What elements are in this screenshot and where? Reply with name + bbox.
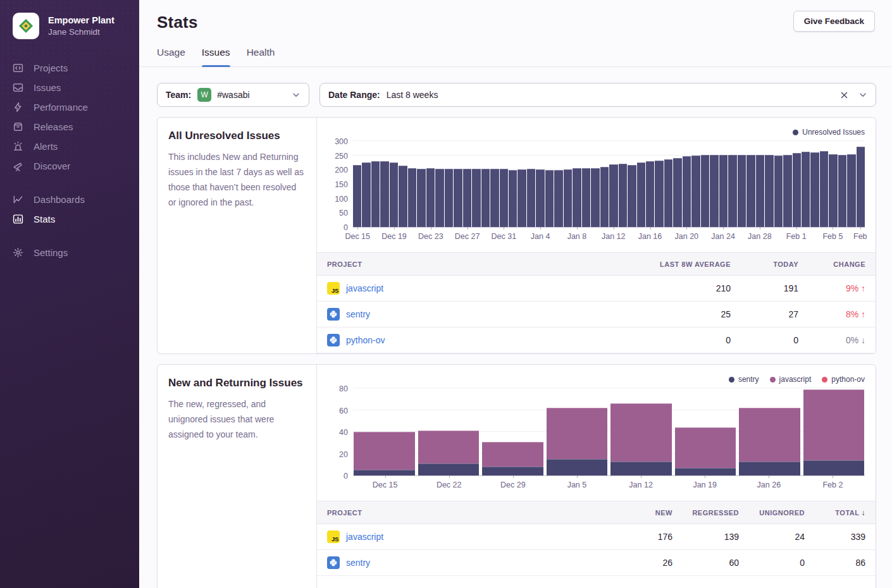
sentry-segment: [675, 468, 736, 475]
sidebar-item-projects[interactable]: Projects: [13, 58, 139, 78]
sidebar-item-dashboards[interactable]: Dashboards: [13, 190, 139, 209]
sidebar-item-stats[interactable]: Stats: [13, 209, 139, 229]
sidebar-item-discover[interactable]: Discover: [13, 156, 139, 176]
unresolved-issues-bar: [765, 155, 773, 227]
unresolved-issues-bar: [655, 161, 663, 227]
panel-description-column: All Unresolved Issues This includes New …: [158, 118, 317, 353]
unresolved-issues-bar: [362, 162, 370, 227]
python-platform-icon: [327, 334, 340, 346]
tab-health[interactable]: Health: [247, 47, 275, 66]
panel-description-column: New and Returning Issues The new, regres…: [158, 365, 317, 588]
table-value: 26: [603, 558, 672, 568]
unresolved-issues-bar: [637, 162, 645, 227]
javascript-segment: [803, 389, 865, 460]
x-tick-label: Dec 23: [418, 232, 443, 241]
x-tick-label: Feb: [853, 232, 867, 241]
javascript-segment: [675, 427, 736, 468]
sidebar-item-label: Settings: [34, 247, 68, 258]
project-link-sentry[interactable]: sentry: [346, 558, 370, 568]
sidebar-item-performance[interactable]: Performance: [13, 97, 139, 117]
chevron-down-icon[interactable]: [858, 90, 867, 99]
table-value: 27: [731, 309, 798, 319]
x-tick-label: Jan 4: [531, 232, 550, 241]
unresolved-issues-bar: [774, 156, 783, 227]
team-filter[interactable]: Team: W #wasabi: [157, 83, 309, 107]
sidebar-item-label: Projects: [34, 63, 68, 73]
x-tick-label: Feb 5: [822, 232, 843, 241]
project-link-python-ov[interactable]: python-ov: [346, 335, 385, 345]
x-tick-label: Jan 26: [757, 481, 781, 489]
unresolved-issues-bar: [545, 170, 554, 227]
sidebar-item-alerts[interactable]: Alerts: [13, 137, 139, 156]
dashboards-icon: [13, 194, 23, 205]
project-link-sentry[interactable]: sentry: [346, 309, 370, 319]
unresolved-issues-bar: [783, 155, 791, 227]
column-header-total[interactable]: TOTAL↓: [805, 508, 865, 517]
org-logo-icon: [13, 13, 39, 39]
legend-dot-icon: [770, 377, 776, 383]
give-feedback-button[interactable]: Give Feedback: [793, 11, 875, 32]
new-returning-issues-table: PROJECTNEWREGRESSEDUNIGNOREDTOTAL↓JSjava…: [317, 501, 876, 576]
python-platform-icon: [327, 308, 340, 321]
sentry-segment: [610, 462, 672, 475]
date-range-label: Date Range:: [328, 90, 380, 100]
change-value: 9% ↑: [798, 283, 865, 293]
x-tick-label: Jan 16: [638, 232, 662, 241]
unresolved-issues-bar: [756, 155, 764, 227]
x-tick-label: Dec 27: [455, 232, 480, 241]
date-range-filter[interactable]: Date Range: Last 8 weeks: [319, 83, 876, 107]
legend-item-python-ov[interactable]: python-ov: [822, 375, 865, 384]
unresolved-issues-bar: [554, 170, 562, 227]
sort-descending-icon: ↓: [862, 508, 866, 517]
change-value: 0% ↓: [798, 335, 865, 345]
table-value: 139: [672, 532, 739, 542]
legend-item-javascript[interactable]: javascript: [770, 375, 812, 384]
project-link-javascript[interactable]: javascript: [346, 283, 383, 293]
clear-date-icon[interactable]: [840, 91, 848, 99]
unresolved-issues-bar: [664, 159, 672, 227]
legend-label: python-ov: [831, 375, 865, 384]
stats-icon: [13, 214, 23, 224]
y-tick-label: 0: [344, 472, 348, 481]
legend-item-unresolved-issues[interactable]: Unresolved Issues: [793, 128, 865, 137]
tab-bar: UsageIssuesHealth: [157, 47, 875, 66]
org-switcher[interactable]: Empower Plant Jane Schmidt: [13, 13, 139, 39]
chevron-down-icon[interactable]: [292, 90, 300, 99]
x-tick-label: Dec 19: [381, 232, 407, 241]
unresolved-issues-bar: [536, 169, 544, 227]
alerts-icon: [13, 141, 23, 152]
tab-usage[interactable]: Usage: [157, 47, 185, 66]
stacked-bar-dec-29: [482, 389, 543, 475]
unresolved-issues-panel: All Unresolved Issues This includes New …: [157, 117, 876, 354]
settings-icon: [13, 247, 23, 258]
sidebar-item-label: Performance: [34, 102, 88, 113]
panel-title: New and Returning Issues: [168, 377, 306, 389]
y-tick-label: 100: [335, 195, 348, 204]
unresolved-issues-bar: [371, 161, 380, 227]
table-value: 0: [731, 335, 798, 345]
sidebar-item-settings[interactable]: Settings: [13, 243, 139, 262]
new-returning-issues-panel: New and Returning Issues The new, regres…: [157, 364, 876, 588]
legend-label: Unresolved Issues: [802, 128, 865, 137]
unresolved-issues-bar: [390, 162, 398, 227]
sidebar-item-issues[interactable]: Issues: [13, 78, 139, 97]
table-value: 60: [672, 558, 739, 568]
stacked-bar-dec-22: [418, 389, 480, 475]
y-tick-label: 60: [339, 407, 348, 415]
legend-dot-icon: [822, 377, 827, 383]
project-link-javascript[interactable]: javascript: [346, 532, 383, 542]
table-value: 25: [623, 309, 731, 319]
tab-issues[interactable]: Issues: [202, 47, 230, 66]
table-value: 191: [731, 283, 798, 293]
unresolved-issues-bar: [710, 155, 718, 227]
y-tick-label: 80: [339, 384, 348, 393]
legend-item-sentry[interactable]: sentry: [729, 375, 759, 384]
unresolved-issues-bar: [701, 155, 709, 227]
unresolved-issues-bar: [857, 147, 865, 227]
stacked-bar-dec-15: [354, 389, 415, 475]
column-header-today: TODAY: [731, 260, 798, 268]
chart-legend: Unresolved Issues: [328, 126, 865, 138]
sidebar-item-releases[interactable]: Releases: [13, 117, 139, 137]
team-filter-value: #wasabi: [217, 90, 249, 100]
unresolved-issues-bar: [399, 166, 407, 227]
